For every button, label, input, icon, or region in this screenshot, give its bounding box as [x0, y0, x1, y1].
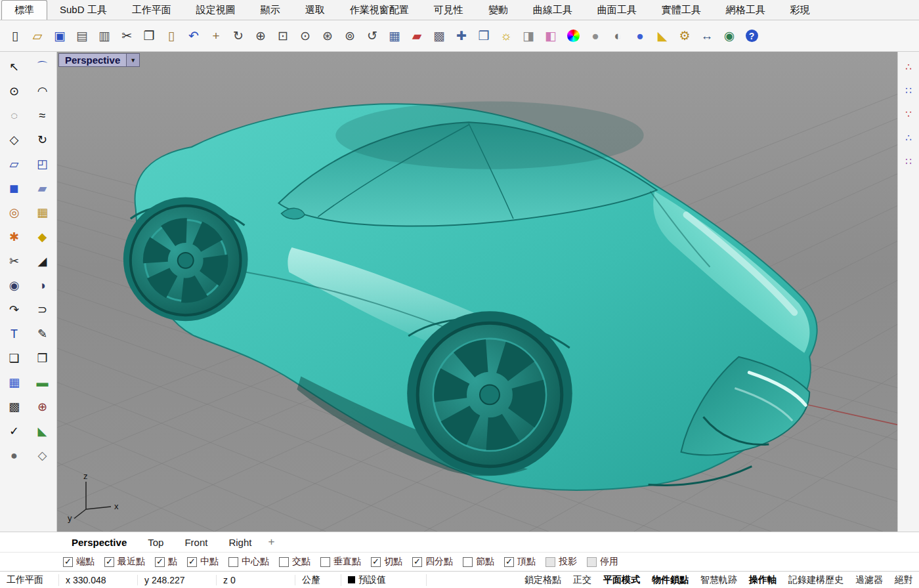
osnap-near[interactable]: 最近點	[104, 556, 145, 568]
add-viewport-button[interactable]: +	[264, 536, 278, 549]
cplane-button[interactable]: 工作平面	[0, 574, 59, 586]
osnap-intersection[interactable]: 交點	[279, 556, 310, 568]
toggle-ortho[interactable]: 正交	[567, 574, 597, 586]
split-icon[interactable]: ✂	[3, 253, 26, 270]
node-link-icon[interactable]: ∵	[900, 106, 917, 121]
zoom-extents-all-icon[interactable]: ⊚	[340, 25, 360, 47]
osnap-center[interactable]: 中心點	[228, 556, 269, 568]
zoom-dynamic-icon[interactable]: ⊕	[251, 25, 270, 47]
control-point-curve-icon[interactable]: ⌒	[32, 58, 54, 75]
osnap-project[interactable]: 投影	[545, 556, 577, 568]
osnap-checkbox[interactable]	[63, 557, 73, 567]
rendered-mode-icon[interactable]: ●	[630, 25, 650, 47]
osnap-checkbox[interactable]	[187, 557, 197, 567]
text-icon[interactable]: T	[3, 326, 26, 343]
pan-view-icon[interactable]: +	[206, 25, 226, 47]
zoom-extents-icon[interactable]: ⊛	[318, 25, 337, 47]
layer-indicator[interactable]: 預設值	[341, 574, 427, 586]
osnap-checkbox[interactable]	[504, 557, 514, 567]
tab-viewport-front[interactable]: Front	[176, 535, 216, 550]
osnap-checkbox[interactable]	[463, 557, 473, 567]
cut-icon[interactable]: ✂	[117, 25, 137, 47]
copy-block-icon[interactable]: ❐	[32, 350, 54, 367]
print-icon[interactable]: ▤	[72, 25, 92, 47]
lattice-icon[interactable]: ▩	[3, 398, 26, 415]
tab-surface-tools[interactable]: 曲面工具	[585, 1, 649, 20]
boolean-difference-icon[interactable]: ◑	[32, 277, 54, 294]
coord-y[interactable]: y 248.227	[138, 575, 217, 585]
circle-icon[interactable]: ⊙	[3, 83, 26, 100]
coord-z[interactable]: z 0	[217, 575, 295, 585]
tab-visibility[interactable]: 可見性	[421, 1, 476, 20]
tab-set-view[interactable]: 設定視圖	[184, 1, 248, 20]
osnap-endpoint[interactable]: 端點	[63, 556, 95, 568]
box-icon[interactable]: ◼	[3, 180, 26, 197]
shaded-mode-icon[interactable]: ●	[586, 25, 605, 47]
tab-curve-tools[interactable]: 曲線工具	[521, 1, 585, 20]
tab-select[interactable]: 選取	[293, 1, 337, 20]
chevron-down-icon[interactable]: ▼	[127, 53, 140, 67]
tab-transform[interactable]: 變動	[476, 1, 521, 20]
pencil-icon[interactable]: ✎	[32, 326, 54, 343]
copy-object-icon[interactable]: ❒	[474, 25, 494, 47]
tab-viewport-perspective[interactable]: Perspective	[63, 535, 135, 550]
dimension-icon[interactable]: ↔	[697, 25, 717, 47]
new-file-icon[interactable]: ▯	[5, 25, 25, 47]
ellipse-icon[interactable]: ◌	[3, 107, 26, 124]
arc-icon[interactable]: ◠	[32, 83, 54, 100]
units-label[interactable]: 公釐	[295, 574, 341, 586]
ghosted-mode-icon[interactable]: ◐	[608, 25, 628, 47]
save-file-icon[interactable]: ▣	[50, 25, 70, 47]
osnap-checkbox[interactable]	[412, 557, 422, 567]
viewport-canvas[interactable]	[57, 52, 897, 532]
osnap-checkbox[interactable]	[371, 557, 381, 567]
osnap-checkbox[interactable]	[228, 557, 238, 567]
toggle-absolute[interactable]: 絕對	[889, 574, 919, 586]
freeform-curve-icon[interactable]: ≈	[32, 107, 54, 124]
osnap-quadrant[interactable]: 四分點	[412, 556, 453, 568]
undo-icon[interactable]: ↶	[184, 25, 203, 47]
osnap-perpendicular[interactable]: 垂直點	[320, 556, 361, 568]
tab-viewport-layout[interactable]: 作業視窗配置	[337, 1, 421, 20]
raytrace-icon[interactable]: ◣	[652, 25, 672, 47]
print-preview-icon[interactable]: ▥	[95, 25, 114, 47]
check-icon[interactable]: ✓	[3, 423, 26, 440]
array-icon[interactable]: ▦	[3, 374, 26, 391]
rotate-view-icon[interactable]: ↻	[228, 25, 248, 47]
osnap-checkbox[interactable]	[587, 557, 597, 567]
coord-x[interactable]: x 330.048	[59, 575, 138, 585]
hatch-grid-icon[interactable]: ▩	[429, 25, 449, 47]
board-icon[interactable]: ▬	[32, 374, 54, 391]
surface-icon[interactable]: ▱	[3, 156, 26, 173]
points-on-icon[interactable]: ∴	[900, 58, 917, 74]
toggle-filter[interactable]: 過濾器	[849, 574, 889, 586]
toggle-grid-snap[interactable]: 鎖定格點	[519, 574, 567, 586]
corner-surface-icon[interactable]: ◰	[32, 156, 54, 173]
osnap-disable[interactable]: 停用	[587, 556, 618, 568]
car-model[interactable]	[123, 101, 817, 490]
tab-standard[interactable]: 標準	[1, 0, 47, 20]
tab-solid-tools[interactable]: 實體工具	[649, 1, 714, 20]
explode-icon[interactable]: ✱	[3, 228, 26, 245]
torus-icon[interactable]: ◎	[3, 204, 26, 221]
graph-icon[interactable]: ∴	[900, 129, 917, 145]
cluster-icon[interactable]: ∷	[900, 153, 917, 169]
osnap-checkbox[interactable]	[320, 557, 330, 567]
osnap-checkbox[interactable]	[104, 557, 114, 567]
osnap-checkbox[interactable]	[545, 557, 555, 567]
viewport-perspective[interactable]: Perspective ▼ z x y	[57, 52, 897, 532]
sphere-tool-icon[interactable]: ●	[3, 447, 26, 464]
tab-viewport-top[interactable]: Top	[139, 535, 172, 550]
tab-render[interactable]: 彩現	[778, 1, 823, 20]
boolean-union-icon[interactable]: ◉	[3, 277, 26, 294]
osnap-checkbox[interactable]	[279, 557, 289, 567]
osnap-checkbox[interactable]	[155, 557, 165, 567]
help-icon[interactable]: ?	[742, 25, 761, 47]
render-globe-icon[interactable]: ◉	[719, 25, 739, 47]
offset-icon[interactable]: ⊃	[32, 301, 54, 318]
helix-icon[interactable]: ↻	[32, 131, 54, 148]
trim-icon[interactable]: ◢	[32, 253, 54, 270]
toggle-gumball[interactable]: 操作軸	[743, 574, 782, 586]
tab-subd-tools[interactable]: SubD 工具	[47, 1, 119, 20]
render-mesh-box-icon[interactable]: ◧	[541, 25, 561, 47]
